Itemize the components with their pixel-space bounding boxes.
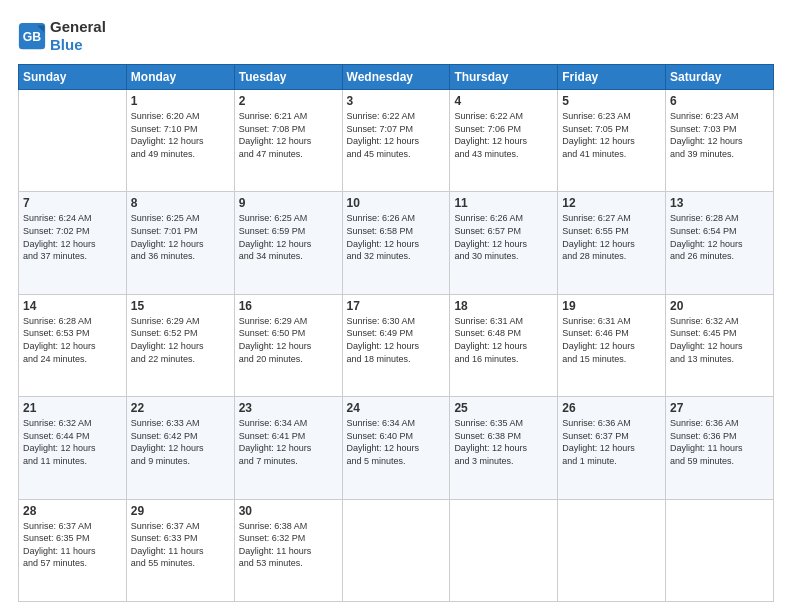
day-number: 2 <box>239 94 338 108</box>
day-number: 12 <box>562 196 661 210</box>
calendar-cell: 1Sunrise: 6:20 AM Sunset: 7:10 PM Daylig… <box>126 90 234 192</box>
calendar-cell: 17Sunrise: 6:30 AM Sunset: 6:49 PM Dayli… <box>342 294 450 396</box>
day-info: Sunrise: 6:29 AM Sunset: 6:50 PM Dayligh… <box>239 315 338 365</box>
day-info: Sunrise: 6:28 AM Sunset: 6:53 PM Dayligh… <box>23 315 122 365</box>
calendar-cell: 16Sunrise: 6:29 AM Sunset: 6:50 PM Dayli… <box>234 294 342 396</box>
calendar-cell: 3Sunrise: 6:22 AM Sunset: 7:07 PM Daylig… <box>342 90 450 192</box>
day-number: 21 <box>23 401 122 415</box>
calendar-cell: 9Sunrise: 6:25 AM Sunset: 6:59 PM Daylig… <box>234 192 342 294</box>
day-info: Sunrise: 6:25 AM Sunset: 7:01 PM Dayligh… <box>131 212 230 262</box>
day-number: 23 <box>239 401 338 415</box>
calendar-cell: 5Sunrise: 6:23 AM Sunset: 7:05 PM Daylig… <box>558 90 666 192</box>
day-info: Sunrise: 6:32 AM Sunset: 6:44 PM Dayligh… <box>23 417 122 467</box>
day-info: Sunrise: 6:38 AM Sunset: 6:32 PM Dayligh… <box>239 520 338 570</box>
weekday-wednesday: Wednesday <box>342 65 450 90</box>
day-info: Sunrise: 6:37 AM Sunset: 6:33 PM Dayligh… <box>131 520 230 570</box>
day-info: Sunrise: 6:30 AM Sunset: 6:49 PM Dayligh… <box>347 315 446 365</box>
header: GB General Blue <box>18 18 774 54</box>
calendar-cell: 10Sunrise: 6:26 AM Sunset: 6:58 PM Dayli… <box>342 192 450 294</box>
day-info: Sunrise: 6:35 AM Sunset: 6:38 PM Dayligh… <box>454 417 553 467</box>
calendar-cell: 19Sunrise: 6:31 AM Sunset: 6:46 PM Dayli… <box>558 294 666 396</box>
weekday-row: SundayMondayTuesdayWednesdayThursdayFrid… <box>19 65 774 90</box>
day-number: 27 <box>670 401 769 415</box>
day-info: Sunrise: 6:23 AM Sunset: 7:03 PM Dayligh… <box>670 110 769 160</box>
day-number: 16 <box>239 299 338 313</box>
day-info: Sunrise: 6:34 AM Sunset: 6:40 PM Dayligh… <box>347 417 446 467</box>
calendar-cell: 6Sunrise: 6:23 AM Sunset: 7:03 PM Daylig… <box>666 90 774 192</box>
day-info: Sunrise: 6:24 AM Sunset: 7:02 PM Dayligh… <box>23 212 122 262</box>
day-info: Sunrise: 6:36 AM Sunset: 6:37 PM Dayligh… <box>562 417 661 467</box>
day-info: Sunrise: 6:32 AM Sunset: 6:45 PM Dayligh… <box>670 315 769 365</box>
calendar-cell: 30Sunrise: 6:38 AM Sunset: 6:32 PM Dayli… <box>234 499 342 601</box>
logo-icon: GB <box>18 22 46 50</box>
day-number: 24 <box>347 401 446 415</box>
day-info: Sunrise: 6:26 AM Sunset: 6:58 PM Dayligh… <box>347 212 446 262</box>
day-number: 8 <box>131 196 230 210</box>
calendar-cell <box>450 499 558 601</box>
svg-text:GB: GB <box>23 30 42 44</box>
day-number: 10 <box>347 196 446 210</box>
calendar-cell: 18Sunrise: 6:31 AM Sunset: 6:48 PM Dayli… <box>450 294 558 396</box>
calendar-body: 1Sunrise: 6:20 AM Sunset: 7:10 PM Daylig… <box>19 90 774 602</box>
calendar-cell: 26Sunrise: 6:36 AM Sunset: 6:37 PM Dayli… <box>558 397 666 499</box>
calendar-cell: 4Sunrise: 6:22 AM Sunset: 7:06 PM Daylig… <box>450 90 558 192</box>
day-number: 3 <box>347 94 446 108</box>
calendar-cell: 11Sunrise: 6:26 AM Sunset: 6:57 PM Dayli… <box>450 192 558 294</box>
calendar-table: SundayMondayTuesdayWednesdayThursdayFrid… <box>18 64 774 602</box>
calendar-cell <box>19 90 127 192</box>
day-number: 30 <box>239 504 338 518</box>
day-number: 29 <box>131 504 230 518</box>
weekday-tuesday: Tuesday <box>234 65 342 90</box>
calendar-cell <box>666 499 774 601</box>
calendar-cell: 28Sunrise: 6:37 AM Sunset: 6:35 PM Dayli… <box>19 499 127 601</box>
day-info: Sunrise: 6:20 AM Sunset: 7:10 PM Dayligh… <box>131 110 230 160</box>
calendar-cell: 21Sunrise: 6:32 AM Sunset: 6:44 PM Dayli… <box>19 397 127 499</box>
day-info: Sunrise: 6:22 AM Sunset: 7:07 PM Dayligh… <box>347 110 446 160</box>
logo: GB General Blue <box>18 18 106 54</box>
calendar-cell: 20Sunrise: 6:32 AM Sunset: 6:45 PM Dayli… <box>666 294 774 396</box>
day-number: 4 <box>454 94 553 108</box>
day-info: Sunrise: 6:21 AM Sunset: 7:08 PM Dayligh… <box>239 110 338 160</box>
calendar-header: SundayMondayTuesdayWednesdayThursdayFrid… <box>19 65 774 90</box>
calendar-cell: 23Sunrise: 6:34 AM Sunset: 6:41 PM Dayli… <box>234 397 342 499</box>
day-number: 28 <box>23 504 122 518</box>
page: GB General Blue SundayMondayTuesdayWedne… <box>0 0 792 612</box>
calendar-cell: 15Sunrise: 6:29 AM Sunset: 6:52 PM Dayli… <box>126 294 234 396</box>
day-number: 11 <box>454 196 553 210</box>
calendar-cell: 8Sunrise: 6:25 AM Sunset: 7:01 PM Daylig… <box>126 192 234 294</box>
day-number: 5 <box>562 94 661 108</box>
day-info: Sunrise: 6:36 AM Sunset: 6:36 PM Dayligh… <box>670 417 769 467</box>
day-number: 9 <box>239 196 338 210</box>
calendar-cell: 14Sunrise: 6:28 AM Sunset: 6:53 PM Dayli… <box>19 294 127 396</box>
calendar-cell: 25Sunrise: 6:35 AM Sunset: 6:38 PM Dayli… <box>450 397 558 499</box>
day-info: Sunrise: 6:29 AM Sunset: 6:52 PM Dayligh… <box>131 315 230 365</box>
week-row-1: 1Sunrise: 6:20 AM Sunset: 7:10 PM Daylig… <box>19 90 774 192</box>
day-number: 7 <box>23 196 122 210</box>
calendar-cell: 29Sunrise: 6:37 AM Sunset: 6:33 PM Dayli… <box>126 499 234 601</box>
calendar-cell <box>558 499 666 601</box>
day-info: Sunrise: 6:28 AM Sunset: 6:54 PM Dayligh… <box>670 212 769 262</box>
calendar-cell: 27Sunrise: 6:36 AM Sunset: 6:36 PM Dayli… <box>666 397 774 499</box>
day-number: 13 <box>670 196 769 210</box>
day-number: 1 <box>131 94 230 108</box>
day-info: Sunrise: 6:31 AM Sunset: 6:46 PM Dayligh… <box>562 315 661 365</box>
weekday-saturday: Saturday <box>666 65 774 90</box>
day-info: Sunrise: 6:23 AM Sunset: 7:05 PM Dayligh… <box>562 110 661 160</box>
day-number: 14 <box>23 299 122 313</box>
day-info: Sunrise: 6:34 AM Sunset: 6:41 PM Dayligh… <box>239 417 338 467</box>
day-number: 15 <box>131 299 230 313</box>
calendar-cell <box>342 499 450 601</box>
week-row-3: 14Sunrise: 6:28 AM Sunset: 6:53 PM Dayli… <box>19 294 774 396</box>
day-number: 18 <box>454 299 553 313</box>
logo-text: General Blue <box>50 18 106 54</box>
calendar-cell: 12Sunrise: 6:27 AM Sunset: 6:55 PM Dayli… <box>558 192 666 294</box>
day-info: Sunrise: 6:27 AM Sunset: 6:55 PM Dayligh… <box>562 212 661 262</box>
day-number: 20 <box>670 299 769 313</box>
weekday-thursday: Thursday <box>450 65 558 90</box>
weekday-monday: Monday <box>126 65 234 90</box>
day-number: 22 <box>131 401 230 415</box>
day-info: Sunrise: 6:22 AM Sunset: 7:06 PM Dayligh… <box>454 110 553 160</box>
day-info: Sunrise: 6:25 AM Sunset: 6:59 PM Dayligh… <box>239 212 338 262</box>
day-number: 26 <box>562 401 661 415</box>
calendar-cell: 13Sunrise: 6:28 AM Sunset: 6:54 PM Dayli… <box>666 192 774 294</box>
